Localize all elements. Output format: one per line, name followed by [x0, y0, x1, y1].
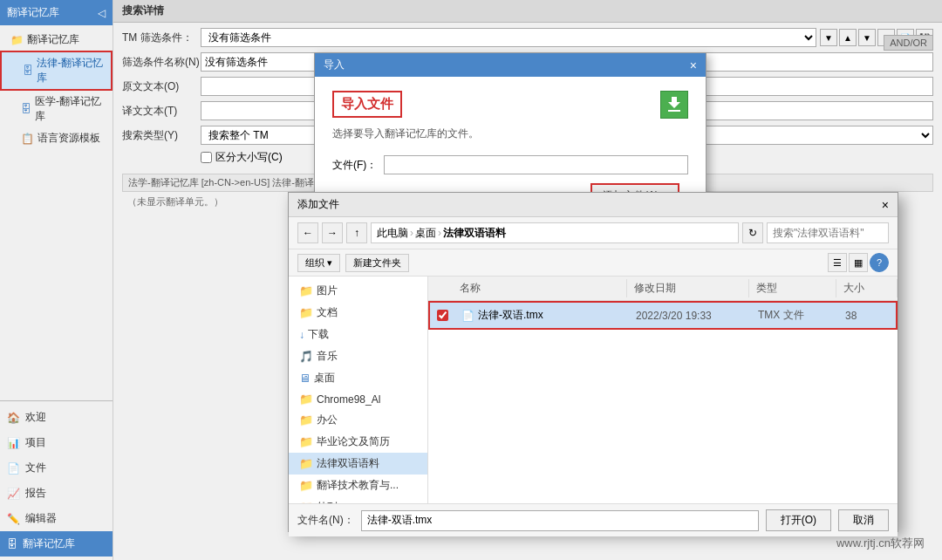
- help-button[interactable]: ?: [870, 253, 889, 272]
- chrome-icon: 📁: [299, 393, 313, 406]
- thesis-icon: 📁: [299, 435, 313, 448]
- tm-label: 翻译记忆库: [23, 536, 75, 551]
- filter-btn-3[interactable]: ▼: [858, 29, 876, 46]
- sidebar-item-lang-tpl-label: 语言资源模板: [38, 131, 100, 146]
- col-date[interactable]: 修改日期: [627, 279, 749, 297]
- file-list-area: 名称 修改日期 类型 大小 📄 法律-双语.tmx: [428, 277, 898, 503]
- db2-icon: 🗄: [21, 103, 31, 115]
- tree-thesis[interactable]: 📁 毕业论文及简历: [289, 431, 427, 453]
- nav-back-button[interactable]: ←: [297, 222, 318, 243]
- sidebar-collapse-icon[interactable]: ◁: [98, 7, 106, 19]
- tree-downloads[interactable]: ↓ 下载: [289, 324, 427, 345]
- welcome-label: 欢迎: [25, 410, 46, 425]
- tpl-icon: 📋: [21, 133, 34, 145]
- filter-btn-2[interactable]: ▲: [839, 29, 857, 46]
- new-folder-button[interactable]: 新建文件夹: [345, 254, 409, 272]
- breadcrumb-pc[interactable]: 此电脑: [377, 226, 408, 241]
- filter-row: TM 筛选条件： 没有筛选条件 ▼ ▲ ▼ ✕ 📄 💾: [122, 28, 933, 47]
- filter-btn-1[interactable]: ▼: [820, 29, 837, 46]
- tree-office[interactable]: 📁 办公: [289, 409, 427, 431]
- file-dialog-title-text: 添加文件: [297, 197, 339, 212]
- sidebar-item-welcome[interactable]: 🏠 欢迎: [0, 405, 113, 430]
- file-dialog-toolbar: 组织 ▾ 新建文件夹 ☰ ▦ ?: [289, 249, 898, 277]
- sidebar-item-law-tm[interactable]: 🗄 法律-翻译记忆库: [0, 51, 113, 91]
- sidebar-item-report[interactable]: 📈 报告: [0, 481, 113, 506]
- file-checkbox[interactable]: [437, 310, 448, 321]
- project-label: 项目: [25, 435, 46, 450]
- tm-icon: 🗄: [7, 538, 17, 550]
- nav-forward-button[interactable]: →: [322, 222, 343, 243]
- downloads-icon: ↓: [299, 329, 304, 341]
- col-size[interactable]: 大小: [836, 279, 898, 297]
- file-tree: 📁 图片 📁 文档 ↓ 下载 🎵 音乐 🖥 桌面 📁 Chrome98_A: [289, 277, 428, 503]
- target-label: 译文文本(T): [122, 104, 201, 119]
- translation-edu-label: 翻译技术教育与...: [317, 478, 399, 493]
- journal-icon: 📁: [299, 501, 313, 503]
- nav-refresh-button[interactable]: ↻: [742, 222, 763, 243]
- sidebar-item-med-tm[interactable]: 🗄 医学-翻译记忆库: [0, 91, 113, 127]
- open-button[interactable]: 打开(O): [766, 509, 831, 531]
- nav-up-button[interactable]: ↑: [346, 222, 367, 243]
- view-list-button[interactable]: ☰: [828, 253, 847, 272]
- sidebar-item-med-tm-label: 医学-翻译记忆库: [35, 94, 106, 124]
- tree-translation-edu[interactable]: 📁 翻译技术教育与...: [289, 475, 427, 496]
- project-icon: 📊: [7, 437, 20, 449]
- filename-input[interactable]: [361, 510, 759, 531]
- file-type-cell: TMX 文件: [751, 306, 838, 324]
- sidebar-item-tm-root-label: 翻译记忆库: [27, 32, 79, 47]
- folder-icon: 📁: [10, 34, 24, 46]
- office-label: 办公: [317, 413, 338, 427]
- sidebar-item-lang-tpl[interactable]: 📋 语言资源模板: [0, 127, 113, 149]
- col-type[interactable]: 类型: [749, 279, 836, 297]
- case-checkbox[interactable]: [201, 152, 212, 163]
- tree-documents[interactable]: 📁 文档: [289, 302, 427, 324]
- sidebar-bottom: 🏠 欢迎 📊 项目 📄 文件 📈 报告 ✏️ 编辑器 🗄 翻译记忆库: [0, 400, 113, 560]
- report-icon: 📈: [7, 488, 20, 500]
- file-search-input[interactable]: [767, 222, 889, 243]
- breadcrumb: 此电脑 › 桌面 › 法律双语语料: [371, 222, 739, 243]
- tree-desktop[interactable]: 🖥 桌面: [289, 367, 427, 389]
- import-icon: [660, 91, 688, 119]
- case-label: 区分大小写(C): [215, 150, 283, 165]
- type-label: 搜索类型(Y): [122, 128, 201, 143]
- file-name: 法律-双语.tmx: [478, 308, 543, 323]
- file-dialog-content: 📁 图片 📁 文档 ↓ 下载 🎵 音乐 🖥 桌面 📁 Chrome98_A: [289, 277, 898, 503]
- sidebar-item-tm[interactable]: 🗄 翻译记忆库: [0, 531, 113, 557]
- files-label: 文件: [25, 461, 46, 475]
- cancel-button[interactable]: 取消: [838, 509, 889, 531]
- tree-law-corpus[interactable]: 📁 法律双语语料: [289, 453, 427, 475]
- import-dialog-titlebar: 导入 ×: [315, 53, 706, 77]
- organize-button[interactable]: 组织 ▾: [297, 254, 340, 272]
- file-dialog-close-button[interactable]: ×: [882, 198, 889, 212]
- pictures-label: 图片: [317, 283, 338, 298]
- breadcrumb-desktop[interactable]: 桌面: [415, 226, 436, 241]
- file-label: 文件(F)：: [332, 158, 377, 173]
- tree-journal[interactable]: 📁 外刊: [289, 496, 427, 503]
- sidebar-item-files[interactable]: 📄 文件: [0, 455, 113, 481]
- file-size-cell: 38: [838, 308, 896, 324]
- import-file-input[interactable]: [384, 155, 688, 174]
- sidebar-item-tm-root[interactable]: 📁 翻译记忆库: [0, 29, 113, 51]
- sidebar-item-editor[interactable]: ✏️ 编辑器: [0, 506, 113, 531]
- law-corpus-label: 法律双语语料: [317, 456, 379, 471]
- file-name-cell: 📄 法律-双语.tmx: [454, 306, 629, 324]
- sidebar-item-law-tm-label: 法律-翻译记忆库: [37, 56, 104, 85]
- col-name[interactable]: 名称: [453, 279, 627, 297]
- sidebar-item-project[interactable]: 📊 项目: [0, 430, 113, 455]
- desktop-icon: 🖥: [299, 372, 311, 385]
- breadcrumb-law[interactable]: 法律双语语料: [443, 226, 506, 241]
- tree-pictures[interactable]: 📁 图片: [289, 280, 427, 302]
- filter-select[interactable]: 没有筛选条件: [201, 28, 816, 47]
- tree-music[interactable]: 🎵 音乐: [289, 345, 427, 367]
- filter-label: TM 筛选条件：: [122, 31, 201, 45]
- file-tmx-icon: 📄: [461, 310, 474, 322]
- sidebar-title: 翻译记忆库: [7, 5, 59, 20]
- report-label: 报告: [25, 486, 46, 501]
- file-icon: 📄: [7, 462, 20, 475]
- file-row-law-bilingual[interactable]: 📄 法律-双语.tmx 2022/3/20 19:33 TMX 文件 38: [428, 301, 898, 330]
- pictures-icon: 📁: [299, 284, 313, 297]
- sidebar-tree: 📁 翻译记忆库 🗄 法律-翻译记忆库 🗄 医学-翻译记忆库 📋 语言资源模板: [0, 25, 113, 400]
- tree-chrome[interactable]: 📁 Chrome98_Al: [289, 389, 427, 409]
- import-dialog-close-button[interactable]: ×: [690, 58, 697, 72]
- view-detail-button[interactable]: ▦: [849, 253, 868, 272]
